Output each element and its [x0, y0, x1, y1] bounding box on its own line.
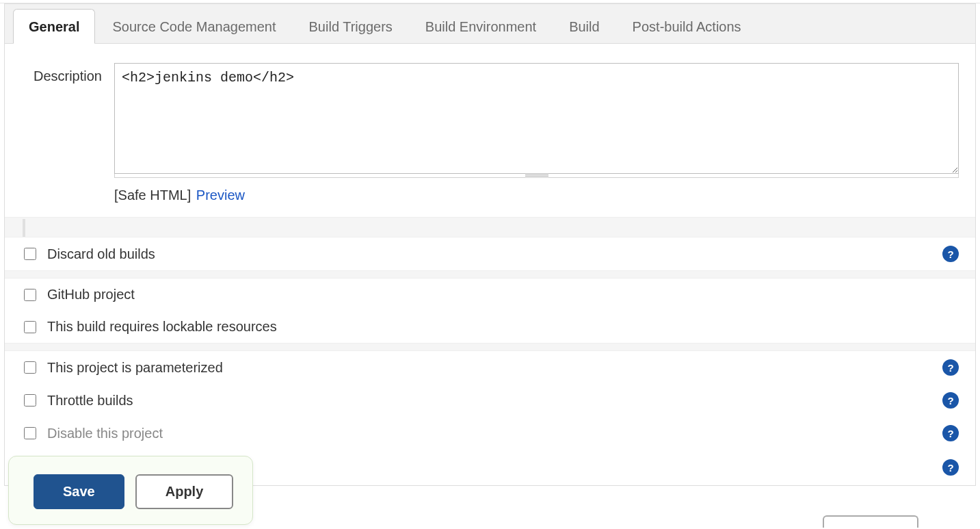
label-disable-project: Disable this project: [47, 426, 937, 441]
option-github-project: GitHub project: [21, 279, 959, 311]
section-divider: [5, 343, 975, 351]
tabs-bar: General Source Code Management Build Tri…: [5, 4, 975, 44]
tab-scm[interactable]: Source Code Management: [96, 9, 291, 43]
section-divider: [5, 217, 975, 237]
label-parameterized: This project is parameterized: [47, 360, 937, 376]
save-button[interactable]: Save: [34, 474, 124, 509]
tab-post-build[interactable]: Post-build Actions: [617, 9, 757, 43]
tab-general[interactable]: General: [13, 9, 95, 44]
tab-build-triggers[interactable]: Build Triggers: [293, 9, 408, 43]
help-icon[interactable]: ?: [942, 425, 959, 441]
section-divider: [5, 270, 975, 279]
help-icon[interactable]: ?: [942, 359, 959, 376]
description-row: Description [Safe HTML] Preview: [21, 63, 959, 217]
checkbox-github-project[interactable]: [24, 289, 36, 301]
tab-build-environment[interactable]: Build Environment: [410, 9, 552, 43]
checkbox-discard-old-builds[interactable]: [24, 248, 36, 260]
checkbox-throttle-builds[interactable]: [24, 394, 36, 407]
config-panel: General Source Code Management Build Tri…: [4, 3, 976, 486]
advanced-button-peek[interactable]: [823, 515, 918, 528]
panel-body: Description [Safe HTML] Preview Discard …: [5, 44, 975, 485]
help-icon[interactable]: ?: [942, 392, 959, 409]
drag-handle-icon[interactable]: [17, 218, 31, 238]
option-disable-project: Disable this project ?: [21, 417, 959, 450]
label-lockable-resources: This build requires lockable resources: [47, 319, 959, 335]
help-icon[interactable]: ?: [942, 459, 959, 476]
description-textarea[interactable]: [114, 63, 959, 174]
option-lockable-resources: This build requires lockable resources: [21, 311, 959, 343]
tab-build[interactable]: Build: [553, 9, 615, 43]
safe-html-label: [Safe HTML]: [114, 188, 191, 203]
option-discard-old-builds: Discard old builds ?: [21, 237, 959, 270]
preview-link[interactable]: Preview: [196, 188, 245, 203]
checkbox-disable-project[interactable]: [24, 427, 36, 439]
checkbox-lockable-resources[interactable]: [24, 321, 36, 333]
description-label: Description: [21, 63, 102, 217]
description-field-wrap: [Safe HTML] Preview: [114, 63, 959, 217]
action-bar: Save Apply: [8, 456, 253, 525]
label-github-project: GitHub project: [47, 287, 959, 302]
page-container: General Source Code Management Build Tri…: [0, 3, 980, 486]
apply-button[interactable]: Apply: [135, 474, 234, 509]
option-parameterized: This project is parameterized ?: [21, 351, 959, 384]
resize-handle-icon[interactable]: [114, 174, 959, 178]
description-hint: [Safe HTML] Preview: [114, 178, 959, 217]
help-icon[interactable]: ?: [942, 246, 959, 262]
checkbox-parameterized[interactable]: [24, 361, 36, 374]
option-throttle-builds: Throttle builds ?: [21, 384, 959, 417]
label-discard-old-builds: Discard old builds: [47, 246, 937, 262]
label-throttle-builds: Throttle builds: [47, 393, 937, 409]
